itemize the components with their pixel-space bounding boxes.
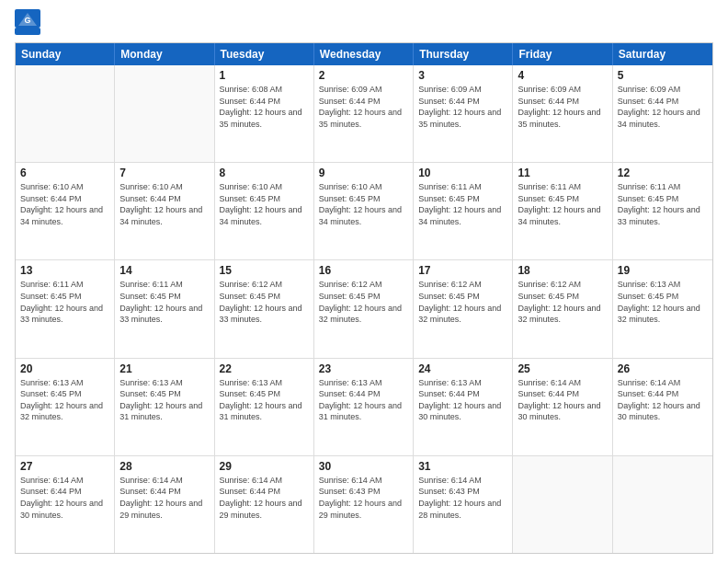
day-number: 10 [418, 167, 507, 179]
day-info: Sunrise: 6:12 AM Sunset: 6:45 PM Dayligh… [319, 279, 408, 325]
day-number: 18 [518, 264, 607, 277]
day-number: 13 [20, 264, 109, 277]
header: G [15, 9, 713, 35]
day-number: 5 [618, 69, 708, 82]
day-cell-9: 9Sunrise: 6:10 AM Sunset: 6:45 PM Daylig… [314, 163, 414, 259]
day-number: 22 [220, 362, 309, 375]
day-info: Sunrise: 6:08 AM Sunset: 6:44 PM Dayligh… [220, 84, 309, 130]
day-cell-17: 17Sunrise: 6:12 AM Sunset: 6:45 PM Dayli… [414, 260, 513, 357]
day-info: Sunrise: 6:09 AM Sunset: 6:44 PM Dayligh… [518, 84, 607, 130]
calendar-body: 1Sunrise: 6:08 AM Sunset: 6:44 PM Daylig… [16, 65, 712, 553]
cal-header-friday: Friday [513, 43, 612, 65]
day-info: Sunrise: 6:14 AM Sunset: 6:43 PM Dayligh… [319, 475, 408, 521]
week-row-2: 6Sunrise: 6:10 AM Sunset: 6:44 PM Daylig… [16, 163, 712, 260]
day-number: 28 [119, 460, 209, 473]
day-cell-2: 2Sunrise: 6:09 AM Sunset: 6:44 PM Daylig… [314, 65, 414, 162]
empty-cell [513, 456, 612, 553]
day-cell-21: 21Sunrise: 6:13 AM Sunset: 6:45 PM Dayli… [115, 359, 214, 455]
day-number: 4 [518, 69, 607, 82]
day-info: Sunrise: 6:13 AM Sunset: 6:45 PM Dayligh… [220, 377, 309, 423]
day-cell-3: 3Sunrise: 6:09 AM Sunset: 6:44 PM Daylig… [414, 65, 513, 162]
empty-cell [16, 65, 115, 162]
day-cell-1: 1Sunrise: 6:08 AM Sunset: 6:44 PM Daylig… [215, 65, 314, 162]
logo: G [15, 9, 44, 35]
cal-header-tuesday: Tuesday [215, 43, 314, 65]
day-info: Sunrise: 6:12 AM Sunset: 6:45 PM Dayligh… [418, 279, 507, 325]
cal-header-saturday: Saturday [613, 43, 712, 65]
empty-cell [115, 65, 214, 162]
day-cell-23: 23Sunrise: 6:13 AM Sunset: 6:44 PM Dayli… [314, 359, 414, 455]
day-cell-27: 27Sunrise: 6:14 AM Sunset: 6:44 PM Dayli… [16, 456, 115, 553]
day-number: 9 [319, 167, 408, 179]
calendar: SundayMondayTuesdayWednesdayThursdayFrid… [15, 42, 713, 554]
day-info: Sunrise: 6:11 AM Sunset: 6:45 PM Dayligh… [20, 279, 109, 325]
day-info: Sunrise: 6:10 AM Sunset: 6:45 PM Dayligh… [319, 181, 408, 227]
day-number: 2 [319, 69, 408, 82]
day-cell-30: 30Sunrise: 6:14 AM Sunset: 6:43 PM Dayli… [314, 456, 414, 553]
day-number: 17 [418, 264, 507, 277]
day-cell-19: 19Sunrise: 6:13 AM Sunset: 6:45 PM Dayli… [613, 260, 712, 357]
day-info: Sunrise: 6:14 AM Sunset: 6:44 PM Dayligh… [618, 377, 708, 423]
day-number: 23 [319, 362, 408, 375]
day-info: Sunrise: 6:12 AM Sunset: 6:45 PM Dayligh… [518, 279, 607, 325]
day-info: Sunrise: 6:14 AM Sunset: 6:44 PM Dayligh… [20, 475, 109, 521]
day-number: 21 [119, 362, 209, 375]
day-info: Sunrise: 6:14 AM Sunset: 6:43 PM Dayligh… [418, 475, 507, 521]
day-cell-18: 18Sunrise: 6:12 AM Sunset: 6:45 PM Dayli… [513, 260, 612, 357]
cal-header-thursday: Thursday [414, 43, 513, 65]
day-cell-16: 16Sunrise: 6:12 AM Sunset: 6:45 PM Dayli… [314, 260, 414, 357]
week-row-5: 27Sunrise: 6:14 AM Sunset: 6:44 PM Dayli… [16, 456, 712, 553]
day-cell-29: 29Sunrise: 6:14 AM Sunset: 6:44 PM Dayli… [215, 456, 314, 553]
day-info: Sunrise: 6:13 AM Sunset: 6:44 PM Dayligh… [418, 377, 507, 423]
day-info: Sunrise: 6:10 AM Sunset: 6:44 PM Dayligh… [119, 181, 209, 227]
day-number: 8 [220, 167, 309, 179]
day-cell-12: 12Sunrise: 6:11 AM Sunset: 6:45 PM Dayli… [613, 163, 712, 259]
day-info: Sunrise: 6:11 AM Sunset: 6:45 PM Dayligh… [119, 279, 209, 325]
day-number: 25 [518, 362, 607, 375]
day-number: 7 [119, 167, 209, 179]
day-info: Sunrise: 6:09 AM Sunset: 6:44 PM Dayligh… [618, 84, 708, 130]
day-cell-10: 10Sunrise: 6:11 AM Sunset: 6:45 PM Dayli… [414, 163, 513, 259]
day-number: 6 [20, 167, 109, 179]
day-number: 15 [220, 264, 309, 277]
day-cell-13: 13Sunrise: 6:11 AM Sunset: 6:45 PM Dayli… [16, 260, 115, 357]
day-number: 29 [220, 460, 309, 473]
day-number: 12 [618, 167, 708, 179]
day-cell-8: 8Sunrise: 6:10 AM Sunset: 6:45 PM Daylig… [215, 163, 314, 259]
cal-header-sunday: Sunday [16, 43, 115, 65]
day-info: Sunrise: 6:09 AM Sunset: 6:44 PM Dayligh… [418, 84, 507, 130]
day-number: 11 [518, 167, 607, 179]
day-info: Sunrise: 6:11 AM Sunset: 6:45 PM Dayligh… [518, 181, 607, 227]
calendar-header: SundayMondayTuesdayWednesdayThursdayFrid… [16, 43, 712, 65]
day-cell-24: 24Sunrise: 6:13 AM Sunset: 6:44 PM Dayli… [414, 359, 513, 455]
week-row-3: 13Sunrise: 6:11 AM Sunset: 6:45 PM Dayli… [16, 260, 712, 358]
day-cell-31: 31Sunrise: 6:14 AM Sunset: 6:43 PM Dayli… [414, 456, 513, 553]
day-info: Sunrise: 6:11 AM Sunset: 6:45 PM Dayligh… [618, 181, 708, 227]
day-cell-20: 20Sunrise: 6:13 AM Sunset: 6:45 PM Dayli… [16, 359, 115, 455]
day-number: 3 [418, 69, 507, 82]
day-cell-22: 22Sunrise: 6:13 AM Sunset: 6:45 PM Dayli… [215, 359, 314, 455]
svg-text:G: G [24, 16, 30, 25]
cal-header-wednesday: Wednesday [314, 43, 414, 65]
day-number: 19 [618, 264, 708, 277]
day-info: Sunrise: 6:11 AM Sunset: 6:45 PM Dayligh… [418, 181, 507, 227]
day-number: 30 [319, 460, 408, 473]
day-cell-7: 7Sunrise: 6:10 AM Sunset: 6:44 PM Daylig… [115, 163, 214, 259]
day-info: Sunrise: 6:14 AM Sunset: 6:44 PM Dayligh… [119, 475, 209, 521]
day-info: Sunrise: 6:14 AM Sunset: 6:44 PM Dayligh… [220, 475, 309, 521]
day-number: 27 [20, 460, 109, 473]
day-number: 1 [220, 69, 309, 82]
day-number: 14 [119, 264, 209, 277]
day-number: 31 [418, 460, 507, 473]
day-cell-26: 26Sunrise: 6:14 AM Sunset: 6:44 PM Dayli… [613, 359, 712, 455]
day-number: 16 [319, 264, 408, 277]
day-info: Sunrise: 6:09 AM Sunset: 6:44 PM Dayligh… [319, 84, 408, 130]
day-cell-14: 14Sunrise: 6:11 AM Sunset: 6:45 PM Dayli… [115, 260, 214, 357]
day-info: Sunrise: 6:12 AM Sunset: 6:45 PM Dayligh… [220, 279, 309, 325]
day-number: 26 [618, 362, 708, 375]
day-cell-4: 4Sunrise: 6:09 AM Sunset: 6:44 PM Daylig… [513, 65, 612, 162]
logo-icon: G [15, 9, 40, 35]
cal-header-monday: Monday [115, 43, 214, 65]
week-row-4: 20Sunrise: 6:13 AM Sunset: 6:45 PM Dayli… [16, 359, 712, 456]
day-info: Sunrise: 6:14 AM Sunset: 6:44 PM Dayligh… [518, 377, 607, 423]
